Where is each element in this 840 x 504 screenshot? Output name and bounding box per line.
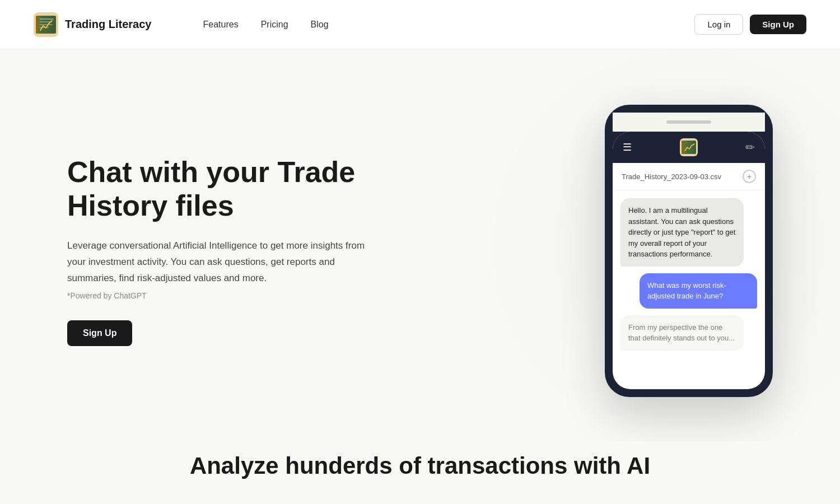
svg-rect-6	[39, 24, 53, 25]
nav-link-blog[interactable]: Blog	[311, 20, 329, 30]
nav-link-features[interactable]: Features	[203, 20, 239, 30]
svg-rect-3	[36, 16, 39, 34]
navbar: Trading Literacy Features Pricing Blog L…	[0, 0, 840, 49]
hero-powered-by: *Powered by ChatGPT	[67, 291, 381, 300]
nav-right: Log in Sign Up	[694, 14, 806, 35]
user-message-1: What was my worst risk-adjusted trade in…	[640, 273, 757, 309]
user-icon[interactable]: ✏	[745, 141, 755, 154]
signup-hero-button[interactable]: Sign Up	[67, 320, 132, 346]
signup-nav-button[interactable]: Sign Up	[750, 15, 806, 34]
nav-left: Trading Literacy Features Pricing Blog	[34, 12, 329, 37]
svg-rect-4	[39, 18, 54, 20]
nav-links: Features Pricing Blog	[203, 20, 329, 30]
phone-mockup: ☰	[605, 105, 773, 397]
chat-logo	[680, 138, 698, 156]
hero-description: Leverage conversational Artificial Intel…	[67, 238, 381, 287]
add-file-button[interactable]: +	[743, 170, 756, 183]
bot-message-2: From my perspective the one that definit…	[620, 315, 744, 351]
phone-screen: ☰	[613, 132, 765, 389]
phone-pill	[666, 120, 711, 124]
brand-logo	[34, 12, 58, 37]
svg-rect-10	[682, 141, 684, 154]
chat-filename: Trade_History_2023-09-03.csv	[622, 172, 721, 181]
hero-section: Chat with your Trade History files Lever…	[0, 49, 840, 441]
hero-content: Chat with your Trade History files Lever…	[67, 156, 381, 346]
hero-title: Chat with your Trade History files	[67, 156, 381, 223]
chat-header: ☰	[613, 132, 765, 163]
chat-messages: Hello. I am a multilingual assistant. Yo…	[613, 190, 765, 358]
login-button[interactable]: Log in	[694, 14, 743, 35]
bottom-section: Analyze hunderds of transactions with AI	[0, 441, 840, 502]
bottom-title: Analyze hunderds of transactions with AI	[34, 452, 806, 479]
menu-icon[interactable]: ☰	[623, 141, 632, 153]
nav-link-pricing[interactable]: Pricing	[261, 20, 288, 30]
brand-name: Trading Literacy	[65, 18, 152, 31]
phone-topbar	[613, 113, 765, 132]
phone-outer: ☰	[605, 105, 773, 397]
bot-message-1: Hello. I am a multilingual assistant. Yo…	[620, 198, 744, 267]
chat-file-row: Trade_History_2023-09-03.csv +	[613, 163, 765, 190]
